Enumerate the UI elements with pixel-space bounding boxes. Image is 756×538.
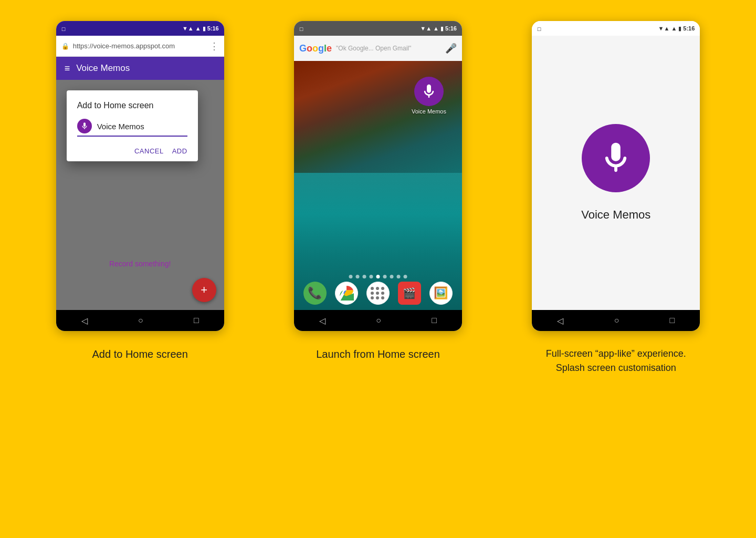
dialog-mic-icon <box>77 119 92 133</box>
dialog-title: Add to Home screen <box>77 101 187 110</box>
labels-row: Add to Home screen Launch from Home scre… <box>32 347 724 375</box>
phone2-signal-icon: ▲ <box>433 25 439 32</box>
phone2-home-icon[interactable]: ○ <box>376 316 381 325</box>
fab-plus-icon: + <box>201 283 207 297</box>
phone3-wifi-icon: ▼▲ <box>658 25 670 32</box>
phone2-sim-icon: ☐ <box>299 27 303 32</box>
home-app-label: Voice Memos <box>412 108 446 115</box>
phone1-status-left: ☐ <box>61 24 72 33</box>
lock-icon: 🔒 <box>61 43 69 50</box>
dock-gallery-icon[interactable]: 🖼️ <box>429 282 453 305</box>
phone2-container: ☐ ▼▲ ▲ ▮ 5:16 Google "Ok Google... Open … <box>269 21 486 331</box>
battery-icon: ▮ <box>203 25 206 32</box>
dock: 📞 <box>303 282 453 305</box>
signal-icon: ▲ <box>195 25 201 32</box>
phone1-time: 5:16 <box>207 25 219 32</box>
dot-5-active <box>376 275 380 278</box>
phone3-back-icon[interactable]: ◁ <box>557 316 563 326</box>
dot-9 <box>403 275 407 278</box>
dot-7 <box>390 275 393 278</box>
phone2-battery-icon: ▮ <box>440 25 444 32</box>
phone2-status-bar: ☐ ▼▲ ▲ ▮ 5:16 <box>294 21 462 36</box>
phone3-container: ☐ ▼▲ ▲ ▮ 5:16 Voice Memos <box>508 21 724 331</box>
label-1: Add to Home screen <box>32 347 248 375</box>
phone2: ☐ ▼▲ ▲ ▮ 5:16 Google "Ok Google... Open … <box>294 21 462 331</box>
dock-phone-icon[interactable]: 📞 <box>303 282 327 305</box>
phone3-status-bar: ☐ ▼▲ ▲ ▮ 5:16 <box>532 21 700 36</box>
phone1-status-icons: ▼▲ ▲ ▮ 5:16 <box>182 25 219 32</box>
url-text: https://voice-memos.appspot.com <box>73 42 205 50</box>
hamburger-icon[interactable]: ≡ <box>65 63 70 74</box>
phone3-home-icon[interactable]: ○ <box>614 316 620 325</box>
home-app-icon[interactable]: Voice Memos <box>412 77 446 115</box>
phone3-time: 5:16 <box>683 25 695 32</box>
dot-8 <box>396 275 400 278</box>
phone1-status-bar: ☐ ▼▲ ▲ ▮ 5:16 <box>56 21 224 36</box>
phone3-sim-icon: ☐ <box>537 27 541 32</box>
dot-1 <box>349 275 352 278</box>
phone3-status-icons: ▼▲ ▲ ▮ 5:16 <box>658 25 695 32</box>
dot-3 <box>362 275 366 278</box>
phone1-content: Add to Home screen Voice Memos CANCEL AD… <box>56 80 224 310</box>
recents-icon[interactable]: □ <box>194 316 199 325</box>
dock-video-icon[interactable]: 🎬 <box>398 282 421 305</box>
phone3-splash-content: Voice Memos <box>532 36 700 310</box>
phone2-google-bar[interactable]: Google "Ok Google... Open Gmail" 🎤 <box>294 36 462 61</box>
phone2-recents-icon[interactable]: □ <box>432 316 437 325</box>
fab-button[interactable]: + <box>192 278 216 302</box>
phone1-sim-icon: ☐ <box>61 27 66 32</box>
phone3-recents-icon[interactable]: □ <box>670 316 675 325</box>
label-3: Full-screen “app-like” experience.Splash… <box>508 347 724 375</box>
dot-4 <box>369 275 373 278</box>
wifi-icon: ▼▲ <box>182 25 194 32</box>
google-search-placeholder[interactable]: "Ok Google... Open Gmail" <box>336 45 441 52</box>
dot-6 <box>383 275 386 278</box>
dialog-input-row[interactable]: Voice Memos <box>77 119 187 137</box>
phone2-time: 5:16 <box>445 25 457 32</box>
google-mic-icon[interactable]: 🎤 <box>445 43 457 54</box>
label-2: Launch from Home screen <box>269 347 486 375</box>
phone2-wifi-icon: ▼▲ <box>420 25 432 32</box>
back-icon[interactable]: ◁ <box>81 316 88 326</box>
dot-2 <box>355 275 359 278</box>
phone3-status-left: ☐ <box>537 24 548 33</box>
phone2-wallpaper: Voice Memos 📞 <box>294 61 462 310</box>
phone3-battery-icon: ▮ <box>678 25 681 32</box>
splash-mic-circle <box>582 124 650 192</box>
phone1-container: ☐ ▼▲ ▲ ▮ 5:16 🔒 https://voice-memos.apps… <box>32 21 248 331</box>
phone3: ☐ ▼▲ ▲ ▮ 5:16 Voice Memos <box>532 21 700 331</box>
dock-apps-icon[interactable] <box>366 282 390 305</box>
home-mic-svg <box>421 83 437 100</box>
home-icon[interactable]: ○ <box>138 316 143 325</box>
add-button[interactable]: ADD <box>172 147 187 155</box>
phone3-signal-icon: ▲ <box>671 25 677 32</box>
phones-row: ☐ ▼▲ ▲ ▮ 5:16 🔒 https://voice-memos.apps… <box>32 21 724 331</box>
phone1: ☐ ▼▲ ▲ ▮ 5:16 🔒 https://voice-memos.apps… <box>56 21 224 331</box>
phone3-nav-bar: ◁ ○ □ <box>532 310 700 331</box>
phone2-status-left: ☐ <box>299 24 310 33</box>
phone2-nav-bar: ◁ ○ □ <box>294 310 462 331</box>
phone1-url-bar[interactable]: 🔒 https://voice-memos.appspot.com ⋮ <box>56 36 224 57</box>
page-dots <box>349 275 407 278</box>
splash-mic-svg <box>597 140 634 177</box>
phone1-nav-bar: ◁ ○ □ <box>56 310 224 331</box>
record-prompt: Record something! <box>109 260 171 268</box>
mic-svg <box>80 122 89 130</box>
phone2-back-icon[interactable]: ◁ <box>319 316 326 326</box>
dock-chrome-icon[interactable] <box>335 282 358 305</box>
app-bar-title: Voice Memos <box>76 63 130 74</box>
dialog-buttons: CANCEL ADD <box>77 147 187 155</box>
google-logo: Google <box>299 43 332 54</box>
chrome-svg <box>339 286 354 301</box>
add-to-homescreen-dialog: Add to Home screen Voice Memos CANCEL AD… <box>67 90 198 161</box>
splash-app-name: Voice Memos <box>581 208 650 222</box>
phone1-app-bar: ≡ Voice Memos <box>56 57 224 80</box>
menu-icon[interactable]: ⋮ <box>209 40 219 52</box>
home-app-circle <box>414 77 444 106</box>
dialog-input-value[interactable]: Voice Memos <box>97 122 144 131</box>
cancel-button[interactable]: CANCEL <box>134 147 164 155</box>
phone2-status-icons: ▼▲ ▲ ▮ 5:16 <box>420 25 457 32</box>
